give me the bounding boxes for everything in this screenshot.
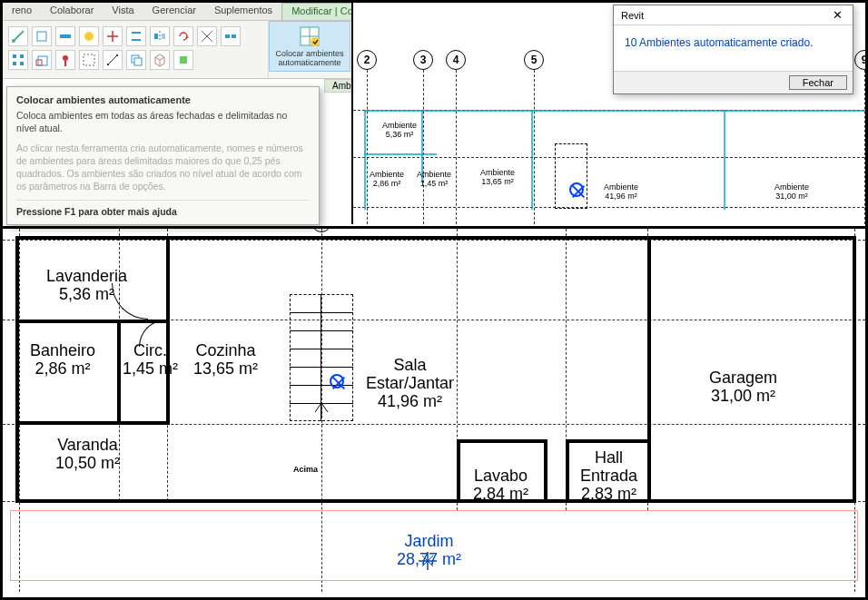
tab-gerenciar[interactable]: Gerenciar <box>143 3 205 20</box>
svg-rect-9 <box>20 54 24 58</box>
rotate-icon[interactable] <box>173 26 193 46</box>
svg-point-14 <box>63 55 68 61</box>
close-icon[interactable]: ✕ <box>825 8 849 22</box>
mirror-icon[interactable] <box>150 26 170 46</box>
filter-icon[interactable] <box>173 50 193 70</box>
room-ambiente-1[interactable]: Ambiente5,36 m² <box>382 121 417 139</box>
svg-rect-11 <box>20 62 24 65</box>
tooltip-title: Colocar ambientes automaticamente <box>16 94 310 105</box>
dialog-footer: Fechar <box>614 71 853 93</box>
revit-dialog: Revit ✕ 10 Ambientes automaticamente cri… <box>613 5 853 94</box>
dialog-message: 10 Ambientes automaticamente criado. <box>614 25 853 71</box>
svg-rect-4 <box>154 34 158 39</box>
svg-point-3 <box>84 32 94 41</box>
svg-rect-7 <box>232 34 236 38</box>
trim-icon[interactable] <box>197 26 217 46</box>
dialog-close-button[interactable]: Fechar <box>789 75 847 90</box>
room-garagem[interactable]: Garagem31,00 m² <box>709 369 777 405</box>
split-icon[interactable] <box>221 26 241 46</box>
tooltip-detail: Ao clicar nesta ferramenta cria automati… <box>16 142 310 192</box>
room-ambiente-2[interactable]: Ambiente2,86 m² <box>370 170 404 188</box>
svg-point-0 <box>12 39 15 43</box>
scale-icon[interactable] <box>32 50 52 70</box>
room-ambiente-3[interactable]: Ambiente1,45 m² <box>417 170 451 188</box>
room-banheiro[interactable]: Banheiro2,86 m² <box>30 341 95 378</box>
room-lavanderia[interactable]: Lavanderia5,36 m² <box>46 267 127 303</box>
room-ambiente-4[interactable]: Ambiente13,65 m² <box>480 168 515 186</box>
canvas-main-plan[interactable]: 8 Acima Lavanderia5,36 m² Banhei <box>3 226 865 598</box>
svg-rect-6 <box>225 34 230 38</box>
room-ref-icon <box>569 182 584 197</box>
box-icon[interactable] <box>150 50 170 70</box>
room-ambiente-6[interactable]: Ambiente31,00 m² <box>774 182 809 201</box>
room-ambiente-5[interactable]: Ambiente41,96 m² <box>604 182 638 201</box>
ribbon-mini-icons <box>8 25 262 70</box>
room-sala[interactable]: SalaEstar/Jantar41,96 m² <box>366 356 454 410</box>
room-ref-icon-main <box>330 374 344 389</box>
paint-icon[interactable] <box>79 26 99 46</box>
rooms-auto-icon <box>299 25 321 47</box>
svg-rect-18 <box>180 56 187 64</box>
tooltip-help: Pressione F1 para obter mais ajuda <box>16 200 310 217</box>
grid-bubble-2[interactable]: 2 <box>357 50 377 70</box>
group-icon[interactable] <box>79 50 99 70</box>
room-cozinha[interactable]: Cozinha13,65 m² <box>193 341 258 378</box>
room-circ[interactable]: Circ.1,45 m² <box>123 341 178 378</box>
cut-icon[interactable] <box>32 26 52 46</box>
room-lavabo[interactable]: Lavabo2,84 m² <box>473 467 528 503</box>
join-icon[interactable] <box>55 26 75 46</box>
tooltip-body: Coloca ambientes em todas as áreas fecha… <box>16 109 310 134</box>
room-varanda[interactable]: Varanda10,50 m² <box>55 436 120 472</box>
modify-icon[interactable] <box>8 26 28 46</box>
pin-icon[interactable] <box>55 50 75 70</box>
stair-acima-label: Acima <box>293 465 318 474</box>
tab-suplementos[interactable]: Suplementos <box>205 3 281 20</box>
room-cross-icon <box>419 552 437 570</box>
svg-rect-2 <box>60 34 71 38</box>
svg-rect-15 <box>84 54 94 65</box>
align-icon[interactable] <box>103 26 123 46</box>
grid-bubble-3[interactable]: 3 <box>413 50 433 70</box>
dialog-titlebar[interactable]: Revit ✕ <box>614 5 853 25</box>
svg-rect-13 <box>38 56 47 65</box>
svg-rect-1 <box>37 32 46 41</box>
place-rooms-auto-button[interactable]: Colocar ambientes automaticamente <box>269 21 350 72</box>
offset-icon[interactable] <box>126 26 146 46</box>
svg-point-20 <box>311 37 320 46</box>
grid-bubble-4[interactable]: 4 <box>446 50 466 70</box>
svg-rect-17 <box>134 58 142 65</box>
svg-rect-12 <box>36 60 42 65</box>
place-rooms-auto-label: Colocar ambientes automaticamente <box>275 49 343 67</box>
tooltip: Colocar ambientes automaticamente Coloca… <box>6 86 320 225</box>
svg-rect-10 <box>13 62 16 65</box>
room-hall[interactable]: HallEntrada2,83 m² <box>580 448 637 503</box>
tab-reno[interactable]: reno <box>3 3 41 20</box>
grid-bubble-5[interactable]: 5 <box>524 50 544 70</box>
array-icon[interactable] <box>8 50 28 70</box>
copy-icon[interactable] <box>126 50 146 70</box>
measure-icon[interactable] <box>103 50 123 70</box>
tab-vista[interactable]: Vista <box>103 3 143 20</box>
tab-colaborar[interactable]: Colaborar <box>41 3 103 20</box>
grid-bubble-9[interactable]: 9 <box>854 50 867 70</box>
svg-rect-8 <box>13 54 16 58</box>
dialog-title: Revit <box>621 10 644 21</box>
svg-rect-5 <box>162 34 165 39</box>
ribbon-group-edit <box>3 21 269 78</box>
